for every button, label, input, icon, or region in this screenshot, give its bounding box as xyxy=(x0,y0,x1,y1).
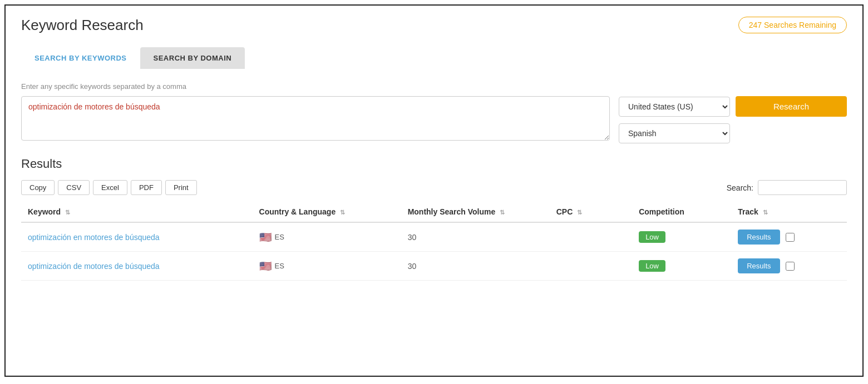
search-row: optimización de motores de búsqueda Unit… xyxy=(21,96,847,143)
copy-button[interactable]: Copy xyxy=(21,180,55,195)
results-table: Keyword ⇅ Country & Language ⇅ Monthly S… xyxy=(21,202,847,281)
track-cell-1: Results xyxy=(731,222,847,252)
track-cell-2: Results xyxy=(731,252,847,281)
competition-badge-1: Low xyxy=(639,231,665,243)
track-sort-icon[interactable]: ⇅ xyxy=(763,209,768,216)
track-checkbox-2[interactable] xyxy=(786,262,795,271)
results-section: Results Copy CSV Excel PDF Print Search:… xyxy=(21,157,847,281)
table-actions: Copy CSV Excel PDF Print Search: xyxy=(21,180,847,195)
competition-cell-1: Low xyxy=(632,222,731,252)
track-results-button-1[interactable]: Results xyxy=(738,230,780,245)
flag-2: 🇺🇸 xyxy=(259,260,272,272)
country-cell-1: 🇺🇸 ES xyxy=(253,222,401,252)
searches-remaining-badge: 247 Searches Remaining xyxy=(738,17,847,33)
action-buttons: Copy CSV Excel PDF Print xyxy=(21,180,197,195)
competition-badge-2: Low xyxy=(639,260,665,272)
right-controls: United States (US) United Kingdom (UK) C… xyxy=(619,96,847,143)
table-row: optimización en motores de búsqueda 🇺🇸 E… xyxy=(21,222,847,252)
track-results-button-2[interactable]: Results xyxy=(738,258,780,273)
tab-search-by-keywords[interactable]: Search By Keywords xyxy=(21,47,140,69)
col-header-country[interactable]: Country & Language ⇅ xyxy=(253,202,401,222)
col-header-keyword[interactable]: Keyword ⇅ xyxy=(21,202,253,222)
csv-button[interactable]: CSV xyxy=(58,180,90,195)
col-header-competition[interactable]: Competition xyxy=(632,202,731,222)
volume-sort-icon[interactable]: ⇅ xyxy=(500,209,505,216)
lang-code-2: ES xyxy=(275,262,284,270)
table-search-row: Search: xyxy=(727,180,847,195)
flag-1: 🇺🇸 xyxy=(259,231,272,243)
country-cell-2: 🇺🇸 ES xyxy=(253,252,401,281)
keyword-sort-icon[interactable]: ⇅ xyxy=(65,209,70,216)
keyword-input[interactable]: optimización de motores de búsqueda xyxy=(21,96,610,141)
lang-code-1: ES xyxy=(275,233,284,241)
volume-cell-1: 30 xyxy=(401,222,550,252)
tab-bar: Search By Keywords Search By Domain xyxy=(21,47,847,69)
page-header: Keyword Research 247 Searches Remaining xyxy=(21,17,847,34)
table-search-input[interactable] xyxy=(758,180,847,195)
keyword-cell-1: optimización en motores de búsqueda xyxy=(21,222,253,252)
keyword-link-1[interactable]: optimización en motores de búsqueda xyxy=(28,233,160,242)
search-hint: Enter any specific keywords separated by… xyxy=(21,82,847,91)
cpc-cell-1 xyxy=(550,222,632,252)
cpc-cell-2 xyxy=(550,252,632,281)
track-checkbox-1[interactable] xyxy=(786,233,795,242)
col-header-volume[interactable]: Monthly Search Volume ⇅ xyxy=(401,202,550,222)
table-row: optimización de motores de búsqueda 🇺🇸 E… xyxy=(21,252,847,281)
tab-search-by-domain[interactable]: Search By Domain xyxy=(140,47,245,69)
pdf-button[interactable]: PDF xyxy=(131,180,162,195)
col-header-track[interactable]: Track ⇅ xyxy=(731,202,847,222)
results-title: Results xyxy=(21,157,847,171)
language-select[interactable]: Spanish English French German xyxy=(619,123,730,143)
print-button[interactable]: Print xyxy=(165,180,197,195)
col-header-cpc[interactable]: CPC ⇅ xyxy=(550,202,632,222)
country-sort-icon[interactable]: ⇅ xyxy=(340,209,345,216)
country-select[interactable]: United States (US) United Kingdom (UK) C… xyxy=(619,97,730,117)
page-title: Keyword Research xyxy=(21,17,144,34)
table-header-row: Keyword ⇅ Country & Language ⇅ Monthly S… xyxy=(21,202,847,222)
cpc-sort-icon[interactable]: ⇅ xyxy=(577,209,582,216)
keyword-link-2[interactable]: optimización de motores de búsqueda xyxy=(28,262,160,271)
excel-button[interactable]: Excel xyxy=(93,180,127,195)
table-search-label: Search: xyxy=(727,183,753,192)
keyword-cell-2: optimización de motores de búsqueda xyxy=(21,252,253,281)
competition-cell-2: Low xyxy=(632,252,731,281)
volume-cell-2: 30 xyxy=(401,252,550,281)
research-button[interactable]: Research xyxy=(736,96,847,117)
